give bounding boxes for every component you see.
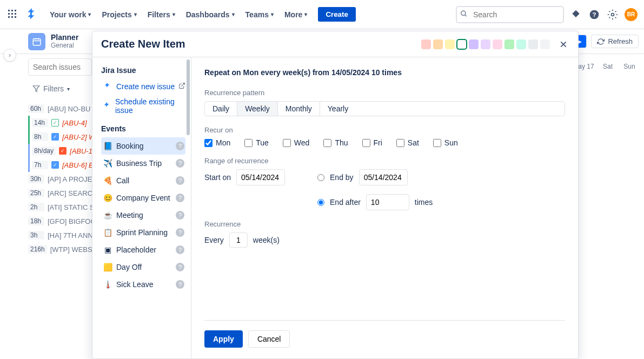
pattern-segment[interactable]: Daily	[205, 102, 237, 116]
issue-text: [HA] 7TH ANN	[48, 231, 93, 240]
day-checkbox-input[interactable]	[244, 139, 253, 147]
event-type-item[interactable]: 🟨Day Off?	[101, 258, 185, 276]
start-on-input[interactable]	[236, 169, 285, 185]
color-swatch[interactable]	[421, 39, 431, 49]
apply-button[interactable]: Apply	[204, 330, 243, 348]
event-type-item[interactable]: 😊Company Event?	[101, 189, 185, 207]
day-checkbox-input[interactable]	[396, 139, 404, 147]
color-swatch[interactable]	[540, 39, 550, 49]
color-swatch[interactable]	[528, 39, 538, 49]
chevron-down-icon: ▾	[232, 11, 235, 17]
settings-icon[interactable]	[606, 8, 619, 21]
svg-rect-0	[8, 10, 10, 11]
create-new-issue-link[interactable]: Create new issue	[101, 79, 185, 94]
nav-dashboards[interactable]: Dashboards▾	[182, 7, 239, 22]
color-swatch[interactable]	[493, 39, 502, 49]
color-swatch[interactable]	[481, 39, 490, 49]
end-by-label: End by	[330, 173, 354, 182]
pattern-segments: DailyWeeklyMonthlyYearly	[204, 101, 565, 116]
refresh-button[interactable]: Refresh	[591, 35, 639, 48]
day-checkbox-input[interactable]	[323, 139, 331, 147]
help-icon[interactable]: ?	[176, 263, 184, 271]
event-type-item[interactable]: 📘Booking?	[101, 137, 185, 155]
schedule-existing-link[interactable]: Schedule existing issue	[101, 94, 185, 118]
notifications-icon[interactable]	[569, 8, 582, 21]
help-icon[interactable]: ?	[176, 280, 184, 289]
help-icon[interactable]: ?	[176, 194, 184, 202]
event-icon: 📘	[103, 142, 112, 150]
scrollbar[interactable]	[187, 59, 190, 135]
day-checkbox-input[interactable]	[433, 139, 441, 147]
create-button[interactable]: Create	[318, 7, 356, 22]
filters-button[interactable]: Filters ▾	[28, 82, 74, 95]
help-icon[interactable]: ?	[176, 228, 184, 237]
help-icon[interactable]: ?	[176, 211, 184, 220]
event-type-item[interactable]: ▣Placeholder?	[101, 241, 185, 258]
help-icon[interactable]: ?	[588, 8, 601, 21]
help-icon[interactable]: ?	[176, 142, 184, 150]
issue-text: [ABU-4]	[62, 119, 87, 127]
global-search	[456, 6, 564, 23]
nav-your-work[interactable]: Your work▾	[45, 7, 95, 22]
svg-rect-1	[11, 10, 13, 11]
search-icon	[460, 10, 468, 19]
event-type-item[interactable]: ☕Meeting?	[101, 207, 185, 224]
avatar[interactable]: BR	[625, 8, 638, 21]
end-by-input[interactable]	[359, 169, 408, 185]
day-checkbox[interactable]: Fri	[362, 138, 382, 147]
jira-logo-icon[interactable]	[26, 8, 39, 21]
pattern-segment[interactable]: Yearly	[320, 102, 356, 116]
start-on-label: Start on	[204, 173, 231, 182]
color-swatch[interactable]	[445, 39, 455, 49]
event-type-item[interactable]: 📋Sprint Planning?	[101, 224, 185, 241]
day-checkbox[interactable]: Thu	[323, 138, 348, 147]
issue-hours: 14h	[32, 118, 48, 127]
day-checkbox[interactable]: Mon	[204, 138, 230, 147]
day-checkbox-input[interactable]	[283, 139, 291, 147]
end-by-option[interactable]: End by	[317, 169, 433, 185]
event-type-item[interactable]: 🍕Call?	[101, 172, 185, 189]
color-swatch[interactable]	[433, 39, 443, 49]
pattern-segment[interactable]: Monthly	[278, 102, 320, 116]
nav-more[interactable]: More▾	[280, 7, 311, 22]
day-checkbox[interactable]: Wed	[283, 138, 310, 147]
end-after-input[interactable]	[366, 194, 409, 210]
cancel-button[interactable]: Cancel	[248, 330, 290, 348]
issues-search-input[interactable]	[28, 58, 92, 76]
event-icon: 📋	[103, 228, 112, 237]
end-by-radio[interactable]	[317, 174, 324, 181]
day-checkbox[interactable]: Tue	[244, 138, 269, 147]
pattern-segment[interactable]: Weekly	[237, 102, 278, 116]
nav-left: Your work▾ Projects▾ Filters▾ Dashboards…	[6, 7, 356, 22]
end-after-option[interactable]: End after times	[317, 194, 433, 210]
every-unit: week(s)	[253, 236, 280, 244]
chevron-down-icon: ▾	[271, 11, 274, 17]
close-icon[interactable]	[557, 38, 569, 50]
event-type-item[interactable]: 🌡️Sick Leave?	[101, 276, 185, 293]
chevron-down-icon: ▾	[172, 11, 175, 17]
jira-issue-icon	[103, 82, 112, 91]
help-icon[interactable]: ?	[176, 176, 184, 185]
app-switcher-icon[interactable]	[6, 8, 19, 21]
end-after-radio[interactable]	[317, 199, 324, 206]
nav-filters[interactable]: Filters▾	[143, 7, 180, 22]
sidebar-collapse-button[interactable]: ›	[3, 49, 16, 62]
color-swatch[interactable]	[469, 39, 479, 49]
day-checkbox[interactable]: Sat	[396, 138, 419, 147]
event-type-item[interactable]: ✈️Business Trip?	[101, 155, 185, 172]
color-swatch[interactable]	[504, 39, 514, 49]
day-checkbox-input[interactable]	[204, 139, 213, 147]
color-swatch[interactable]	[457, 39, 467, 49]
day-checkbox-input[interactable]	[362, 139, 370, 147]
search-input[interactable]	[456, 6, 564, 23]
day-checkbox[interactable]: Sun	[433, 138, 458, 147]
event-label: Placeholder	[116, 245, 156, 254]
nav-projects[interactable]: Projects▾	[97, 7, 141, 22]
color-swatch[interactable]	[516, 39, 526, 49]
every-input[interactable]	[229, 232, 248, 248]
days-row: MonTueWedThuFriSatSun	[204, 138, 565, 147]
help-icon[interactable]: ?	[176, 159, 184, 168]
day-label: Thu	[335, 138, 348, 147]
help-icon[interactable]: ?	[176, 245, 184, 254]
nav-teams[interactable]: Teams▾	[241, 7, 278, 22]
